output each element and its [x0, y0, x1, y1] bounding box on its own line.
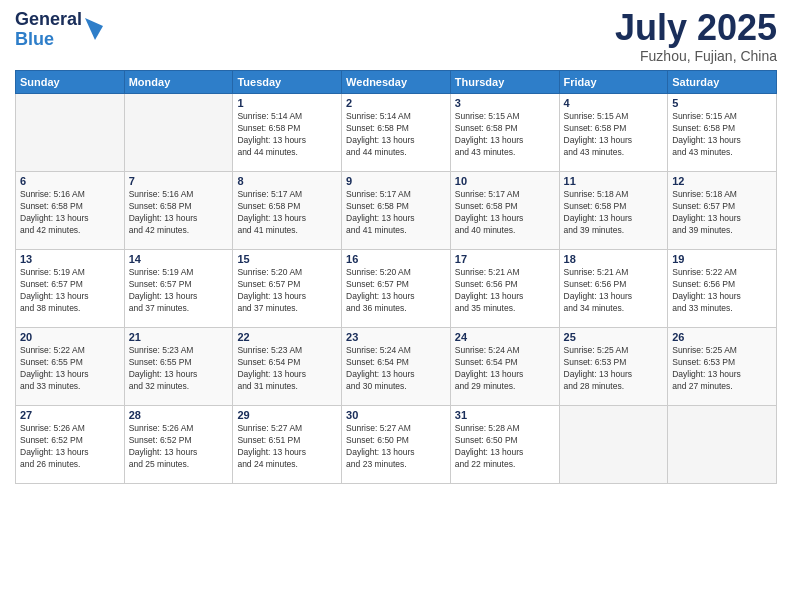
day-info: Sunrise: 5:15 AM Sunset: 6:58 PM Dayligh… — [564, 111, 664, 159]
calendar-table: Sunday Monday Tuesday Wednesday Thursday… — [15, 70, 777, 484]
day-number: 30 — [346, 409, 446, 421]
table-row: 31Sunrise: 5:28 AM Sunset: 6:50 PM Dayli… — [450, 406, 559, 484]
day-info: Sunrise: 5:23 AM Sunset: 6:54 PM Dayligh… — [237, 345, 337, 393]
day-info: Sunrise: 5:21 AM Sunset: 6:56 PM Dayligh… — [455, 267, 555, 315]
table-row: 12Sunrise: 5:18 AM Sunset: 6:57 PM Dayli… — [668, 172, 777, 250]
table-row: 4Sunrise: 5:15 AM Sunset: 6:58 PM Daylig… — [559, 94, 668, 172]
table-row — [668, 406, 777, 484]
table-row: 1Sunrise: 5:14 AM Sunset: 6:58 PM Daylig… — [233, 94, 342, 172]
day-number: 20 — [20, 331, 120, 343]
day-number: 14 — [129, 253, 229, 265]
table-row: 15Sunrise: 5:20 AM Sunset: 6:57 PM Dayli… — [233, 250, 342, 328]
day-info: Sunrise: 5:16 AM Sunset: 6:58 PM Dayligh… — [129, 189, 229, 237]
table-row — [559, 406, 668, 484]
col-thursday: Thursday — [450, 71, 559, 94]
day-number: 25 — [564, 331, 664, 343]
day-info: Sunrise: 5:14 AM Sunset: 6:58 PM Dayligh… — [237, 111, 337, 159]
day-info: Sunrise: 5:24 AM Sunset: 6:54 PM Dayligh… — [346, 345, 446, 393]
day-number: 6 — [20, 175, 120, 187]
logo-general: General — [15, 10, 82, 30]
day-info: Sunrise: 5:20 AM Sunset: 6:57 PM Dayligh… — [237, 267, 337, 315]
day-info: Sunrise: 5:27 AM Sunset: 6:50 PM Dayligh… — [346, 423, 446, 471]
day-number: 13 — [20, 253, 120, 265]
day-info: Sunrise: 5:17 AM Sunset: 6:58 PM Dayligh… — [346, 189, 446, 237]
day-info: Sunrise: 5:19 AM Sunset: 6:57 PM Dayligh… — [129, 267, 229, 315]
col-sunday: Sunday — [16, 71, 125, 94]
day-number: 11 — [564, 175, 664, 187]
day-info: Sunrise: 5:15 AM Sunset: 6:58 PM Dayligh… — [672, 111, 772, 159]
day-number: 12 — [672, 175, 772, 187]
day-number: 23 — [346, 331, 446, 343]
calendar-week-row: 1Sunrise: 5:14 AM Sunset: 6:58 PM Daylig… — [16, 94, 777, 172]
page: General Blue July 2025 Fuzhou, Fujian, C… — [0, 0, 792, 612]
table-row: 14Sunrise: 5:19 AM Sunset: 6:57 PM Dayli… — [124, 250, 233, 328]
svg-marker-0 — [85, 18, 103, 40]
header: General Blue July 2025 Fuzhou, Fujian, C… — [15, 10, 777, 64]
day-info: Sunrise: 5:26 AM Sunset: 6:52 PM Dayligh… — [129, 423, 229, 471]
day-info: Sunrise: 5:27 AM Sunset: 6:51 PM Dayligh… — [237, 423, 337, 471]
day-info: Sunrise: 5:18 AM Sunset: 6:57 PM Dayligh… — [672, 189, 772, 237]
calendar-week-row: 13Sunrise: 5:19 AM Sunset: 6:57 PM Dayli… — [16, 250, 777, 328]
day-number: 24 — [455, 331, 555, 343]
logo-blue: Blue — [15, 30, 82, 50]
table-row: 19Sunrise: 5:22 AM Sunset: 6:56 PM Dayli… — [668, 250, 777, 328]
day-number: 3 — [455, 97, 555, 109]
day-info: Sunrise: 5:20 AM Sunset: 6:57 PM Dayligh… — [346, 267, 446, 315]
day-number: 4 — [564, 97, 664, 109]
day-info: Sunrise: 5:26 AM Sunset: 6:52 PM Dayligh… — [20, 423, 120, 471]
day-number: 26 — [672, 331, 772, 343]
day-info: Sunrise: 5:17 AM Sunset: 6:58 PM Dayligh… — [237, 189, 337, 237]
day-number: 21 — [129, 331, 229, 343]
logo-icon — [85, 18, 103, 40]
day-number: 29 — [237, 409, 337, 421]
day-info: Sunrise: 5:25 AM Sunset: 6:53 PM Dayligh… — [564, 345, 664, 393]
day-number: 27 — [20, 409, 120, 421]
day-info: Sunrise: 5:14 AM Sunset: 6:58 PM Dayligh… — [346, 111, 446, 159]
day-number: 16 — [346, 253, 446, 265]
table-row: 7Sunrise: 5:16 AM Sunset: 6:58 PM Daylig… — [124, 172, 233, 250]
table-row: 8Sunrise: 5:17 AM Sunset: 6:58 PM Daylig… — [233, 172, 342, 250]
table-row — [16, 94, 125, 172]
table-row: 24Sunrise: 5:24 AM Sunset: 6:54 PM Dayli… — [450, 328, 559, 406]
table-row: 21Sunrise: 5:23 AM Sunset: 6:55 PM Dayli… — [124, 328, 233, 406]
day-number: 9 — [346, 175, 446, 187]
day-info: Sunrise: 5:23 AM Sunset: 6:55 PM Dayligh… — [129, 345, 229, 393]
day-info: Sunrise: 5:17 AM Sunset: 6:58 PM Dayligh… — [455, 189, 555, 237]
table-row: 10Sunrise: 5:17 AM Sunset: 6:58 PM Dayli… — [450, 172, 559, 250]
table-row: 2Sunrise: 5:14 AM Sunset: 6:58 PM Daylig… — [342, 94, 451, 172]
day-number: 28 — [129, 409, 229, 421]
day-number: 19 — [672, 253, 772, 265]
col-friday: Friday — [559, 71, 668, 94]
table-row: 30Sunrise: 5:27 AM Sunset: 6:50 PM Dayli… — [342, 406, 451, 484]
table-row: 9Sunrise: 5:17 AM Sunset: 6:58 PM Daylig… — [342, 172, 451, 250]
table-row: 25Sunrise: 5:25 AM Sunset: 6:53 PM Dayli… — [559, 328, 668, 406]
table-row: 29Sunrise: 5:27 AM Sunset: 6:51 PM Dayli… — [233, 406, 342, 484]
day-number: 31 — [455, 409, 555, 421]
day-number: 10 — [455, 175, 555, 187]
day-number: 5 — [672, 97, 772, 109]
day-number: 8 — [237, 175, 337, 187]
day-info: Sunrise: 5:28 AM Sunset: 6:50 PM Dayligh… — [455, 423, 555, 471]
col-tuesday: Tuesday — [233, 71, 342, 94]
logo-text: General Blue — [15, 10, 82, 50]
calendar-week-row: 6Sunrise: 5:16 AM Sunset: 6:58 PM Daylig… — [16, 172, 777, 250]
col-wednesday: Wednesday — [342, 71, 451, 94]
table-row: 17Sunrise: 5:21 AM Sunset: 6:56 PM Dayli… — [450, 250, 559, 328]
day-info: Sunrise: 5:19 AM Sunset: 6:57 PM Dayligh… — [20, 267, 120, 315]
day-info: Sunrise: 5:22 AM Sunset: 6:56 PM Dayligh… — [672, 267, 772, 315]
col-saturday: Saturday — [668, 71, 777, 94]
col-monday: Monday — [124, 71, 233, 94]
calendar-header-row: Sunday Monday Tuesday Wednesday Thursday… — [16, 71, 777, 94]
table-row: 13Sunrise: 5:19 AM Sunset: 6:57 PM Dayli… — [16, 250, 125, 328]
day-number: 1 — [237, 97, 337, 109]
table-row: 26Sunrise: 5:25 AM Sunset: 6:53 PM Dayli… — [668, 328, 777, 406]
table-row: 18Sunrise: 5:21 AM Sunset: 6:56 PM Dayli… — [559, 250, 668, 328]
location: Fuzhou, Fujian, China — [615, 48, 777, 64]
day-info: Sunrise: 5:15 AM Sunset: 6:58 PM Dayligh… — [455, 111, 555, 159]
calendar-week-row: 20Sunrise: 5:22 AM Sunset: 6:55 PM Dayli… — [16, 328, 777, 406]
day-number: 17 — [455, 253, 555, 265]
title-area: July 2025 Fuzhou, Fujian, China — [615, 10, 777, 64]
table-row: 22Sunrise: 5:23 AM Sunset: 6:54 PM Dayli… — [233, 328, 342, 406]
table-row: 27Sunrise: 5:26 AM Sunset: 6:52 PM Dayli… — [16, 406, 125, 484]
table-row: 16Sunrise: 5:20 AM Sunset: 6:57 PM Dayli… — [342, 250, 451, 328]
